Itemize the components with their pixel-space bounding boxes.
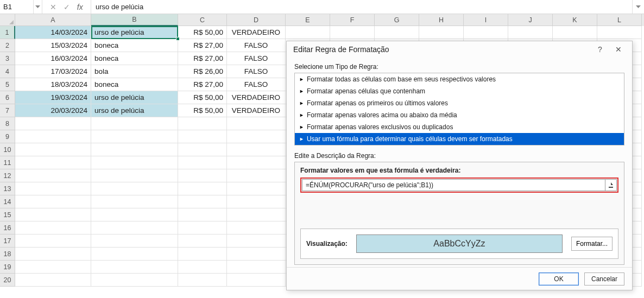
cell[interactable] <box>227 117 286 130</box>
cell[interactable] <box>91 195 178 208</box>
cell[interactable]: 16/03/2024 <box>15 52 91 65</box>
rule-type-item[interactable]: ►Formatar apenas células que contenham <box>295 85 624 97</box>
rule-type-item[interactable]: ►Formatar apenas valores exclusivos ou d… <box>295 121 624 133</box>
cell[interactable] <box>227 221 286 234</box>
cell[interactable] <box>178 208 227 221</box>
cell[interactable]: urso de pelúcia <box>91 104 178 117</box>
cell[interactable] <box>178 221 227 234</box>
cell[interactable] <box>227 261 286 274</box>
row-header[interactable]: 7 <box>0 104 15 117</box>
cell[interactable]: R$ 27,00 <box>178 78 227 91</box>
cell[interactable] <box>15 234 91 248</box>
col-header-G[interactable]: G <box>375 14 419 26</box>
cell[interactable] <box>91 182 178 195</box>
cell[interactable] <box>178 195 227 208</box>
col-header-L[interactable]: L <box>597 14 642 26</box>
cell[interactable]: urso de pelúcia <box>91 26 178 39</box>
row-header[interactable]: 8 <box>0 117 15 130</box>
cell[interactable] <box>91 261 178 274</box>
cell[interactable] <box>178 248 227 261</box>
cancel-button[interactable]: Cancelar <box>584 272 624 286</box>
row-header[interactable]: 17 <box>0 234 15 248</box>
cell[interactable]: R$ 50,00 <box>178 104 227 117</box>
cell[interactable]: R$ 26,00 <box>178 65 227 78</box>
cell[interactable] <box>227 195 286 208</box>
cell[interactable]: FALSO <box>227 39 286 52</box>
cell[interactable] <box>91 208 178 221</box>
row-header[interactable]: 3 <box>0 52 15 65</box>
cell[interactable]: boneca <box>91 52 178 65</box>
cell[interactable] <box>178 117 227 130</box>
cell[interactable]: urso de pelúcia <box>91 91 178 104</box>
cell[interactable] <box>91 130 178 143</box>
cell[interactable] <box>227 208 286 221</box>
col-header-F[interactable]: F <box>330 14 375 26</box>
col-header-H[interactable]: H <box>419 14 464 26</box>
col-header-B[interactable]: B <box>91 14 178 26</box>
dialog-titlebar[interactable]: Editar Regra de Formatação ? ✕ <box>287 41 632 58</box>
cancel-icon[interactable]: ✕ <box>50 3 56 11</box>
col-header-A[interactable]: A <box>15 14 91 26</box>
cell[interactable] <box>597 26 642 39</box>
cell[interactable] <box>15 195 91 208</box>
cell[interactable]: FALSO <box>227 65 286 78</box>
fill-handle[interactable] <box>176 37 180 41</box>
cell[interactable] <box>91 274 178 287</box>
row-header[interactable]: 18 <box>0 248 15 261</box>
cell[interactable]: R$ 27,00 <box>178 39 227 52</box>
cell[interactable] <box>15 182 91 195</box>
cell[interactable] <box>91 143 178 156</box>
cell[interactable] <box>178 182 227 195</box>
range-selector-icon[interactable] <box>605 179 617 191</box>
cell[interactable] <box>15 221 91 234</box>
cell[interactable] <box>15 130 91 143</box>
rule-type-list[interactable]: ►Formatar todas as células com base em s… <box>294 73 624 145</box>
cell[interactable] <box>178 234 227 248</box>
cell[interactable]: R$ 50,00 <box>178 26 227 39</box>
rule-type-item[interactable]: ►Usar uma fórmula para determinar quais … <box>295 133 624 145</box>
row-header[interactable]: 6 <box>0 91 15 104</box>
help-button[interactable]: ? <box>591 41 609 58</box>
cell[interactable] <box>15 143 91 156</box>
cell[interactable]: R$ 50,00 <box>178 91 227 104</box>
cell[interactable] <box>464 26 508 39</box>
row-header[interactable]: 14 <box>0 195 15 208</box>
cell[interactable] <box>330 26 375 39</box>
row-header[interactable]: 20 <box>0 274 15 287</box>
col-header-D[interactable]: D <box>227 14 286 26</box>
cell[interactable] <box>91 221 178 234</box>
cell[interactable]: 18/03/2024 <box>15 78 91 91</box>
row-header[interactable]: 15 <box>0 208 15 221</box>
cell[interactable] <box>227 274 286 287</box>
row-header[interactable]: 16 <box>0 221 15 234</box>
cell[interactable]: 17/03/2024 <box>15 65 91 78</box>
cell[interactable] <box>15 208 91 221</box>
row-header[interactable]: 13 <box>0 182 15 195</box>
rule-formula-input[interactable]: =ÉNÚM(PROCURAR("urso de pelúcia";B1)) <box>302 179 605 191</box>
cell[interactable] <box>227 130 286 143</box>
cell[interactable] <box>178 261 227 274</box>
cell[interactable]: bola <box>91 65 178 78</box>
cell[interactable] <box>227 248 286 261</box>
row-header[interactable]: 4 <box>0 65 15 78</box>
row-header[interactable]: 19 <box>0 261 15 274</box>
cell[interactable]: 20/03/2024 <box>15 104 91 117</box>
cell[interactable]: 15/03/2024 <box>15 39 91 52</box>
row-header[interactable]: 10 <box>0 143 15 156</box>
row-header[interactable]: 1 <box>0 26 15 39</box>
format-button[interactable]: Formatar... <box>571 237 613 251</box>
cell[interactable] <box>178 274 227 287</box>
col-header-K[interactable]: K <box>553 14 597 26</box>
cell[interactable] <box>15 156 91 169</box>
close-icon[interactable]: ✕ <box>609 41 628 58</box>
cell[interactable] <box>91 156 178 169</box>
cell[interactable] <box>178 130 227 143</box>
cell[interactable]: 19/03/2024 <box>15 91 91 104</box>
cell[interactable]: R$ 27,00 <box>178 52 227 65</box>
row-header[interactable]: 9 <box>0 130 15 143</box>
row-header[interactable]: 12 <box>0 169 15 182</box>
cell[interactable] <box>178 169 227 182</box>
formula-input[interactable]: urso de pelúcia <box>91 0 632 14</box>
cell[interactable] <box>227 143 286 156</box>
ok-button[interactable]: OK <box>539 272 579 286</box>
